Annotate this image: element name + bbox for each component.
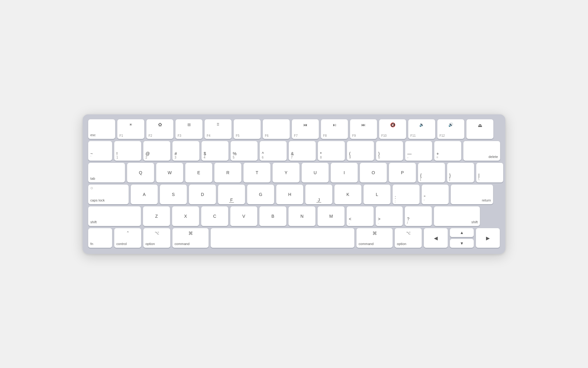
qwerty-key-row: tab Q W E R T Y U I O P	[88, 163, 500, 182]
key-b[interactable]: B	[259, 206, 286, 226]
key-left-control[interactable]: ⌃ control	[114, 228, 141, 248]
key-backslash[interactable]: | \	[476, 163, 503, 182]
bottom-key-row: fn ⌃ control ⌥ option ⌘ command ⌘ comman…	[88, 228, 500, 248]
key-2[interactable]: @ 2	[143, 141, 170, 161]
key-k[interactable]: K	[334, 185, 361, 204]
key-f3[interactable]: ⊞ F3	[175, 119, 202, 139]
fast-forward-icon: ⏭	[361, 122, 366, 127]
key-f12[interactable]: 🔊 F12	[437, 119, 464, 139]
key-9[interactable]: ( 9	[347, 141, 374, 161]
key-rbracket[interactable]: } ]	[447, 163, 474, 182]
key-v[interactable]: V	[230, 206, 257, 226]
key-3[interactable]: # 3	[172, 141, 199, 161]
key-semicolon[interactable]: : ;	[393, 185, 420, 204]
key-s[interactable]: S	[160, 185, 187, 204]
eject-icon: ⏏	[478, 122, 482, 128]
key-arrow-up-down: ▲ ▼	[450, 228, 474, 248]
key-d[interactable]: D	[189, 185, 216, 204]
mission-control-icon: ⊞	[187, 122, 191, 127]
asdf-key-row: caps lock A S D F G H J K L	[88, 185, 500, 204]
j-bump	[316, 202, 321, 203]
key-tab[interactable]: tab	[88, 163, 125, 182]
key-u[interactable]: U	[302, 163, 329, 182]
brightness-down-icon: ☀	[129, 122, 133, 127]
key-equals[interactable]: + =	[434, 141, 461, 161]
brightness-up-icon: ✿	[158, 122, 162, 128]
function-key-row: esc ☀ F1 ✿ F2 ⊞ F3 ⠿ F4 F5 F6 ⏮ F7 ⏯	[88, 119, 500, 139]
key-fn[interactable]: fn	[88, 228, 112, 248]
key-comma[interactable]: < ,	[347, 206, 374, 226]
key-e[interactable]: E	[185, 163, 212, 182]
key-f[interactable]: F	[218, 185, 245, 204]
key-f6[interactable]: F6	[263, 119, 290, 139]
key-4[interactable]: $ 4	[202, 141, 228, 161]
key-lbracket[interactable]: { [	[418, 163, 445, 182]
key-f7[interactable]: ⏮ F7	[292, 119, 319, 139]
key-f2[interactable]: ✿ F2	[146, 119, 173, 139]
key-w[interactable]: W	[156, 163, 183, 182]
key-x[interactable]: X	[172, 206, 199, 226]
key-6[interactable]: ^ 6	[260, 141, 287, 161]
key-left-shift[interactable]: shift	[88, 206, 141, 226]
key-c[interactable]: C	[201, 206, 228, 226]
key-l[interactable]: L	[364, 185, 390, 204]
left-command-icon: ⌘	[188, 231, 193, 236]
key-0[interactable]: ) 0	[376, 141, 403, 161]
key-space[interactable]	[211, 228, 354, 248]
key-quote[interactable]: " '	[422, 185, 449, 204]
number-key-row: ~ ` ! 1 @ 2 # 3 $ 4	[88, 141, 500, 161]
key-minus[interactable]: — -	[405, 141, 432, 161]
key-f1[interactable]: ☀ F1	[117, 119, 144, 139]
key-m[interactable]: M	[318, 206, 345, 226]
key-g[interactable]: G	[247, 185, 274, 204]
key-arrow-right[interactable]: ▶	[476, 228, 500, 248]
arrow-down-icon: ▼	[460, 241, 464, 246]
volume-up-icon: 🔊	[448, 122, 453, 127]
key-right-option[interactable]: ⌥ option	[395, 228, 422, 248]
key-slash[interactable]: ? /	[405, 206, 432, 226]
key-esc[interactable]: esc	[88, 119, 115, 139]
key-return[interactable]: return	[451, 185, 493, 204]
key-f10[interactable]: 🔇 F10	[379, 119, 406, 139]
key-capslock[interactable]: caps lock	[88, 185, 129, 204]
key-h[interactable]: H	[276, 185, 303, 204]
key-arrow-left[interactable]: ◀	[424, 228, 448, 248]
key-delete[interactable]: delete	[463, 141, 500, 161]
play-pause-icon: ⏯	[332, 122, 337, 127]
key-q[interactable]: Q	[127, 163, 154, 182]
key-p[interactable]: P	[389, 163, 416, 182]
key-i[interactable]: I	[331, 163, 358, 182]
key-y[interactable]: Y	[273, 163, 300, 182]
key-f11[interactable]: 🔉 F11	[408, 119, 435, 139]
key-left-command[interactable]: ⌘ command	[172, 228, 209, 248]
key-o[interactable]: O	[360, 163, 387, 182]
key-n[interactable]: N	[288, 206, 315, 226]
key-5[interactable]: % 5	[231, 141, 258, 161]
key-t[interactable]: T	[243, 163, 270, 182]
key-f4[interactable]: ⠿ F4	[205, 119, 232, 139]
zxcv-key-row: shift Z X C V B N M < ,	[88, 206, 500, 226]
control-icon: ⌃	[126, 231, 130, 235]
arrow-up-icon: ▲	[460, 230, 464, 235]
key-f5[interactable]: F5	[234, 119, 261, 139]
key-a[interactable]: A	[131, 185, 158, 204]
key-z[interactable]: Z	[143, 206, 170, 226]
key-arrow-down[interactable]: ▼	[450, 239, 474, 248]
key-8[interactable]: * 8	[318, 141, 345, 161]
key-right-shift[interactable]: shift	[434, 206, 480, 226]
right-command-icon: ⌘	[372, 231, 377, 236]
key-eject[interactable]: ⏏	[466, 119, 493, 139]
key-right-command[interactable]: ⌘ command	[356, 228, 393, 248]
key-7[interactable]: & 7	[289, 141, 316, 161]
key-j[interactable]: J	[305, 185, 332, 204]
arrow-right-icon: ▶	[486, 235, 490, 241]
key-period[interactable]: > .	[376, 206, 403, 226]
key-left-option[interactable]: ⌥ option	[143, 228, 170, 248]
key-arrow-up[interactable]: ▲	[450, 228, 474, 237]
key-r[interactable]: R	[214, 163, 241, 182]
key-f8[interactable]: ⏯ F8	[321, 119, 348, 139]
key-f9[interactable]: ⏭ F9	[350, 119, 377, 139]
key-tilde[interactable]: ~ `	[88, 141, 112, 161]
key-1[interactable]: ! 1	[114, 141, 141, 161]
left-option-icon: ⌥	[155, 231, 159, 235]
